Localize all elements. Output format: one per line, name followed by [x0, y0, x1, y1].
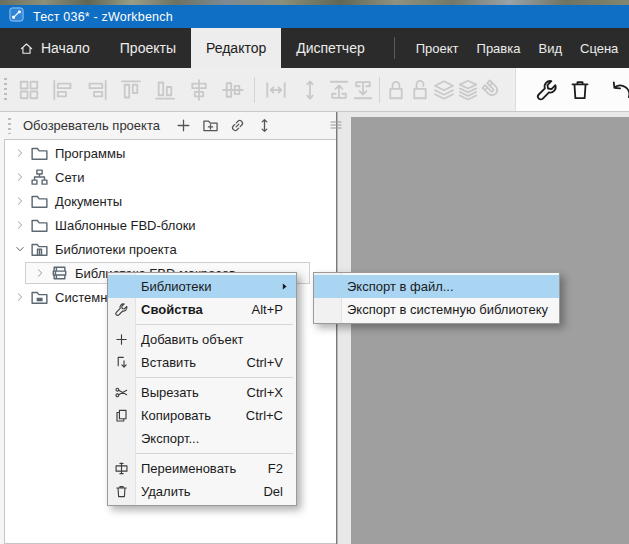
bring-to-front-icon [327, 78, 351, 102]
align-bottom-icon [153, 78, 177, 102]
toolbar-separator [254, 77, 255, 103]
menu-item-shortcut: Ctrl+V [247, 355, 296, 370]
submenu-item[interactable]: Экспорт в файл... [314, 275, 559, 298]
tab-начало[interactable]: Начало [4, 28, 105, 68]
trash-icon [114, 484, 129, 499]
tree-item-label: Шаблонные FBD-блоки [55, 218, 196, 233]
submenu-item[interactable]: Экспорт в системную библиотеку [314, 298, 559, 321]
chevron-right-icon[interactable] [11, 147, 29, 159]
context-menu-item[interactable]: Добавить объект [108, 328, 296, 351]
lock-icon [384, 78, 408, 102]
tabbar-divider [394, 37, 395, 59]
link-button[interactable] [224, 117, 251, 134]
align-top-icon [119, 78, 143, 102]
chevron-right-icon [14, 171, 26, 183]
chevron-right-icon [14, 219, 26, 231]
undo-icon [609, 78, 629, 102]
hamburger-icon [328, 117, 344, 133]
folder-plus-button[interactable] [197, 117, 224, 134]
menubar-item[interactable]: Правка [468, 41, 530, 56]
menu-separator [136, 377, 293, 378]
tree-item[interactable]: Библиотеки проекта [5, 237, 336, 261]
context-menu-item[interactable]: УдалитьDel [108, 480, 296, 503]
chevron-right-icon [14, 291, 26, 303]
plus-button[interactable] [170, 117, 197, 134]
menu-item-label: Библиотеки [141, 279, 211, 294]
app-icon [9, 7, 24, 26]
toolbar-separator [379, 77, 380, 103]
tree-item-label: Библиотеки проекта [55, 242, 177, 257]
magnet-button [480, 68, 504, 111]
books-icon [50, 264, 69, 283]
tree-item-label: Программы [55, 146, 125, 161]
panel-drag-handle[interactable] [8, 118, 11, 134]
editor-canvas[interactable] [351, 117, 629, 544]
toolbar-drag-handle[interactable] [4, 78, 7, 102]
panel-splitter[interactable] [337, 112, 351, 544]
menu-item-shortcut: Ctrl+X [247, 385, 296, 400]
toolbar [0, 68, 629, 112]
tree-item[interactable]: Шаблонные FBD-блоки [5, 213, 336, 237]
align-left-button [46, 68, 80, 111]
context-menu-item[interactable]: СвойстваAlt+P [108, 298, 296, 321]
editor-area [351, 112, 629, 544]
explorer-title: Обозреватель проекта [23, 118, 160, 133]
tree-item[interactable]: Программы [5, 141, 336, 165]
send-to-back-icon [351, 78, 375, 102]
folder-icon [30, 144, 49, 163]
context-menu-item[interactable]: ВырезатьCtrl+X [108, 381, 296, 404]
menubar-item[interactable]: Вид [529, 41, 571, 56]
arrange-grid-button [12, 68, 46, 111]
menubar-item[interactable]: Проект [407, 41, 468, 56]
main-tabbar: НачалоПроектыРедакторДиспетчер ПроектПра… [0, 28, 629, 68]
context-menu: БиблиотекиСвойстваAlt+PДобавить объектВс… [107, 272, 297, 506]
distribute-vertical-icon [298, 78, 322, 102]
network-icon [30, 168, 49, 187]
center-vertical-button [216, 68, 250, 111]
lock-button [384, 68, 408, 111]
menu-item-label: Экспорт в файл... [347, 279, 454, 294]
context-menu-item[interactable]: Библиотеки [108, 275, 296, 298]
scissors-icon-cell [108, 385, 135, 400]
tree-item[interactable]: Сети [5, 165, 336, 189]
menu-item-label: Свойства [141, 302, 203, 317]
chevron-right-icon[interactable] [11, 291, 29, 303]
chevron-right-icon[interactable] [11, 219, 29, 231]
paste-icon [114, 355, 129, 370]
delete-button[interactable] [563, 68, 596, 111]
tab-проекты[interactable]: Проекты [105, 28, 191, 68]
distribute-horizontal-icon [264, 78, 288, 102]
context-menu-item[interactable]: Экспорт... [108, 427, 296, 450]
titlebar: Тест 036* - zWorkbench [0, 5, 629, 28]
folder-icon [30, 216, 49, 235]
menubar-item[interactable]: Сцена [571, 41, 627, 56]
menu-item-shortcut: Ctrl+C [246, 408, 296, 423]
wrench-icon-cell [108, 302, 135, 317]
context-menu-item[interactable]: ПереименоватьF2 [108, 457, 296, 480]
rename-icon [114, 461, 129, 476]
chevron-right-icon[interactable] [11, 195, 29, 207]
undo-button[interactable] [604, 68, 629, 111]
copy-icon [114, 408, 129, 423]
chevron-right-icon[interactable] [11, 171, 29, 183]
bring-to-front-button [327, 68, 351, 111]
menu-item-label: Экспорт... [141, 431, 199, 446]
layers-multi-icon [456, 78, 480, 102]
explorer-header: Обозреватель проекта [0, 112, 336, 139]
arrows-vertical-button[interactable] [251, 117, 278, 134]
center-horizontal-icon [187, 78, 211, 102]
chevron-right-icon[interactable] [31, 267, 49, 279]
context-menu-item[interactable]: КопироватьCtrl+C [108, 404, 296, 427]
explorer-menu-button[interactable] [328, 117, 344, 136]
align-bottom-button [148, 68, 182, 111]
chevron-down-icon[interactable] [11, 243, 29, 255]
menu-item-label: Удалить [141, 484, 191, 499]
layers-button [432, 68, 456, 111]
window-title: Тест 036* - zWorkbench [33, 10, 173, 24]
tab-диспетчер[interactable]: Диспетчер [281, 28, 379, 68]
tree-item[interactable]: Документы [5, 189, 336, 213]
tab-редактор[interactable]: Редактор [191, 28, 281, 68]
menu-item-shortcut: F2 [268, 461, 296, 476]
wrench-button[interactable] [530, 68, 563, 111]
context-menu-item[interactable]: ВставитьCtrl+V [108, 351, 296, 374]
